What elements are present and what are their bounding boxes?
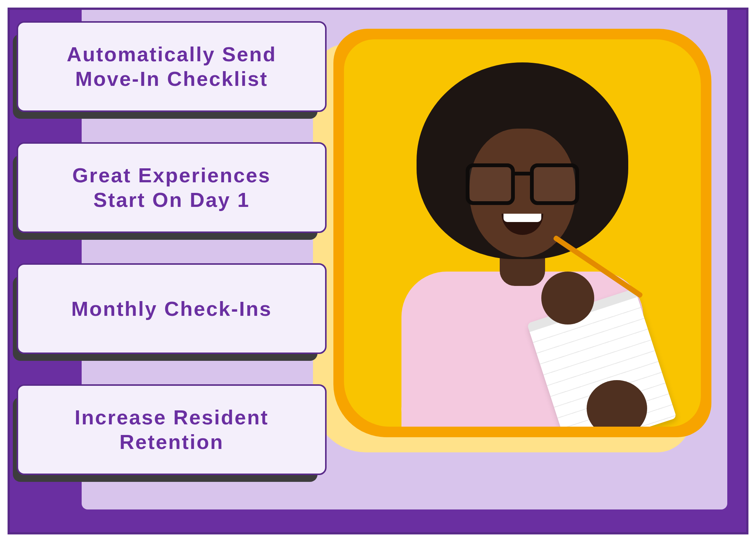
- feature-card-label: Increase ResidentRetention: [74, 405, 268, 454]
- hero-image-front-shape: [333, 29, 711, 437]
- hero-image-area: [327, 29, 712, 460]
- hero-photo: [344, 39, 701, 427]
- person-illustration: [344, 39, 701, 427]
- feature-graphic-frame: Automatically SendMove-In Checklist Grea…: [8, 8, 748, 534]
- feature-cards-column: Automatically SendMove-In Checklist Grea…: [17, 21, 327, 475]
- feature-card-label: Monthly Check-Ins: [71, 297, 272, 321]
- feature-card-label: Automatically SendMove-In Checklist: [67, 42, 276, 91]
- feature-card-label: Great ExperiencesStart On Day 1: [72, 163, 271, 212]
- feature-card: Automatically SendMove-In Checklist: [17, 21, 327, 112]
- feature-card: Great ExperiencesStart On Day 1: [17, 142, 327, 233]
- feature-card: Monthly Check-Ins: [17, 263, 327, 354]
- feature-card: Increase ResidentRetention: [17, 384, 327, 475]
